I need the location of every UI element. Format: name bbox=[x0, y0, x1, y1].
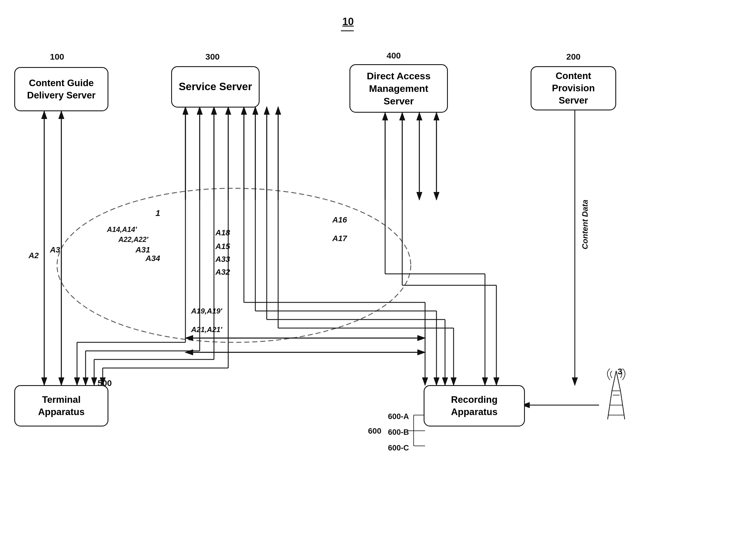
dams-node: Direct AccessManagement Server bbox=[349, 64, 448, 113]
cps-node: Content ProvisionServer bbox=[531, 66, 616, 110]
label-a19: A19,A19' bbox=[191, 307, 222, 316]
broadcast-tower-icon bbox=[599, 368, 633, 425]
cps-label: Content ProvisionServer bbox=[537, 70, 610, 107]
label-a15: A15 bbox=[215, 242, 230, 251]
label-content-data: Content Data bbox=[581, 200, 590, 249]
ref-1: 1 bbox=[155, 208, 160, 218]
ta-label: Terminal Apparatus bbox=[20, 394, 102, 418]
label-a31: A31 bbox=[136, 245, 150, 254]
dams-label: Direct AccessManagement Server bbox=[355, 70, 442, 108]
ta-node: Terminal Apparatus bbox=[14, 385, 108, 426]
label-a34: A34 bbox=[145, 254, 160, 263]
ref-400: 400 bbox=[387, 51, 401, 60]
cgds-node: Content GuideDelivery Server bbox=[14, 67, 108, 111]
ref-100: 100 bbox=[50, 52, 64, 62]
ra-label: Recording Apparatus bbox=[430, 394, 519, 418]
ref-600: 600 bbox=[368, 426, 381, 436]
diagram-container: 10 Content GuideDelivery Server Service … bbox=[0, 0, 736, 560]
label-a17: A17 bbox=[332, 234, 347, 243]
cgds-label: Content GuideDelivery Server bbox=[27, 77, 96, 102]
label-a22: A22,A22' bbox=[118, 235, 148, 244]
label-a14: A14,A14' bbox=[107, 225, 137, 234]
svg-line-65 bbox=[616, 371, 620, 391]
ref-600b: 600-B bbox=[388, 428, 409, 437]
label-a32: A32 bbox=[215, 268, 230, 277]
label-a3: A3 bbox=[50, 245, 60, 254]
ref-500: 500 bbox=[98, 378, 112, 388]
label-a21: A21,A21' bbox=[191, 325, 222, 334]
svg-line-64 bbox=[612, 371, 616, 391]
ss-node: Service Server bbox=[171, 66, 260, 108]
label-a16: A16 bbox=[332, 215, 347, 225]
ref-600a: 600-A bbox=[388, 412, 409, 421]
ref-600c: 600-C bbox=[388, 444, 409, 452]
ss-label: Service Server bbox=[179, 80, 252, 94]
ra-node: Recording Apparatus bbox=[424, 385, 525, 426]
ref-200: 200 bbox=[566, 52, 581, 62]
diagram-title: 10 bbox=[342, 16, 354, 28]
label-a33: A33 bbox=[215, 255, 230, 264]
label-a2: A2 bbox=[29, 251, 39, 260]
label-a18: A18 bbox=[215, 228, 230, 237]
ref-300: 300 bbox=[205, 52, 220, 62]
